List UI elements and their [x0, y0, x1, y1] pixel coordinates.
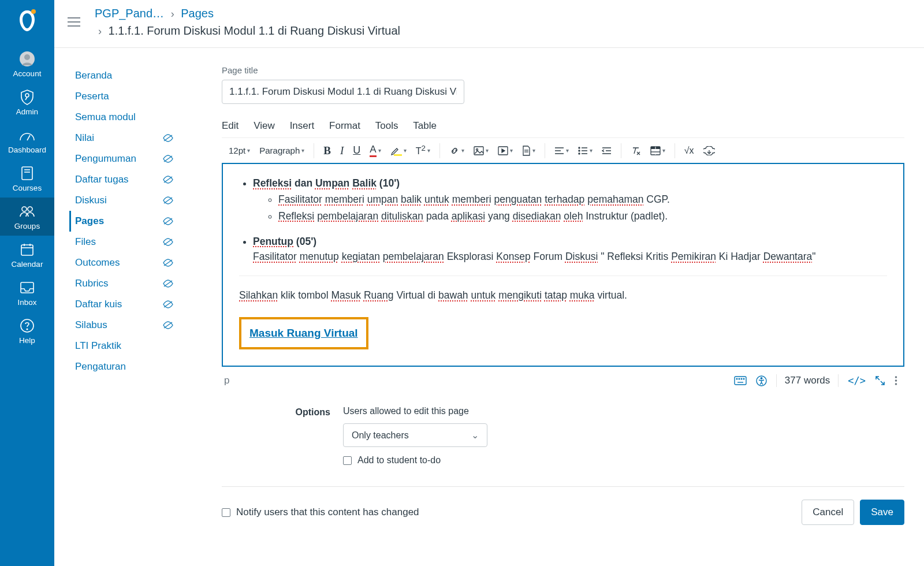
course-nav-semua-modul[interactable]: Semua modul: [69, 107, 181, 128]
html-view-button[interactable]: </>: [843, 373, 870, 389]
checkbox[interactable]: [222, 508, 230, 517]
add-todo-row[interactable]: Add to student to-do: [343, 455, 487, 466]
breadcrumb-current: 1.1.f.1. Forum Diskusi Modul 1.1 di Ruan…: [109, 24, 400, 37]
font-size-select[interactable]: 12pt ▾: [225, 143, 254, 158]
embed-button[interactable]: [699, 144, 719, 158]
checkbox[interactable]: [343, 456, 352, 465]
course-nav-label: Files: [75, 236, 96, 248]
svg-point-59: [739, 378, 740, 379]
breadcrumb-course[interactable]: PGP_Pand…: [95, 7, 164, 20]
cancel-button[interactable]: Cancel: [802, 500, 854, 525]
options-section: Options Users allowed to edit this page …: [222, 406, 904, 466]
virtual-room-link[interactable]: Masuk Ruang Virtual: [249, 327, 358, 339]
menu-table[interactable]: Table: [413, 120, 437, 131]
course-nav-rubrics[interactable]: Rubrics: [69, 273, 181, 294]
course-nav-pengumuman[interactable]: Pengumuman: [69, 148, 181, 169]
chevron-down-icon: ▾: [566, 147, 569, 154]
more-options-button[interactable]: [890, 373, 902, 388]
breadcrumb-section[interactable]: Pages: [181, 7, 214, 20]
page-title-input[interactable]: [222, 80, 464, 104]
hamburger-menu-icon[interactable]: [66, 14, 82, 30]
options-label: Options: [285, 406, 343, 466]
table-button[interactable]: ▾: [646, 144, 669, 158]
menu-view[interactable]: View: [254, 120, 275, 131]
editable-select[interactable]: Only teachers ⌄: [343, 423, 487, 447]
course-nav-pengaturan[interactable]: Pengaturan: [69, 356, 181, 377]
svg-point-9: [28, 207, 32, 211]
content-area: Page title Edit View Insert Format Tools…: [181, 48, 924, 566]
course-nav-lti-praktik[interactable]: LTI Praktik: [69, 336, 181, 356]
accessibility-icon[interactable]: [751, 373, 772, 389]
course-nav-files[interactable]: Files: [69, 232, 181, 252]
hidden-icon: [163, 280, 173, 288]
nav-calendar[interactable]: Calendar: [0, 236, 54, 274]
nav-label: Admin: [16, 107, 38, 116]
nav-help[interactable]: Help: [0, 312, 54, 350]
keyboard-shortcuts-icon[interactable]: [729, 374, 751, 388]
nav-inbox[interactable]: Inbox: [0, 274, 54, 312]
menu-format[interactable]: Format: [329, 120, 360, 131]
user-circle-icon: [18, 50, 36, 68]
text-cursor: [627, 291, 628, 301]
highlight-button[interactable]: ▾: [386, 143, 411, 158]
element-path[interactable]: p: [224, 375, 729, 386]
course-nav-peserta[interactable]: Peserta: [69, 86, 181, 107]
course-nav-outcomes[interactable]: Outcomes: [69, 252, 181, 273]
editor-body[interactable]: Refleksi dan Umpan Balik (10') Fasilitat…: [222, 163, 904, 367]
course-nav-nilai[interactable]: Nilai: [69, 128, 181, 148]
hidden-icon: [163, 321, 173, 329]
course-nav-pages[interactable]: Pages: [69, 211, 181, 232]
bold-button[interactable]: B: [319, 142, 335, 159]
chevron-down-icon: ▾: [510, 147, 513, 154]
document-button[interactable]: ▾: [518, 143, 539, 158]
hidden-icon: [163, 259, 173, 267]
page-footer: Notify users that this content has chang…: [222, 486, 904, 542]
chevron-right-icon: ›: [171, 8, 174, 20]
fullscreen-button[interactable]: [870, 373, 890, 388]
separator: [314, 143, 314, 158]
svg-point-8: [22, 207, 27, 211]
link-button[interactable]: ▾: [445, 143, 468, 158]
course-nav-beranda[interactable]: Beranda: [69, 65, 181, 86]
calendar-icon: [20, 241, 35, 258]
svg-rect-10: [21, 245, 33, 255]
italic-button[interactable]: I: [336, 142, 348, 159]
nav-admin[interactable]: Admin: [0, 83, 54, 121]
nav-courses[interactable]: Courses: [0, 159, 54, 198]
equation-button[interactable]: √x: [680, 143, 698, 158]
list-item: Fasilitator memberi umpan balik untuk me…: [278, 192, 887, 207]
course-nav-label: Pengaturan: [75, 361, 126, 373]
menu-insert[interactable]: Insert: [290, 120, 315, 131]
text-color-button[interactable]: A ▾: [366, 142, 385, 159]
svg-point-66: [895, 379, 897, 382]
superscript-button[interactable]: T2 ▾: [412, 142, 434, 159]
save-button[interactable]: Save: [860, 500, 904, 525]
nav-account[interactable]: Account: [0, 45, 54, 83]
clear-format-button[interactable]: [627, 144, 645, 158]
course-nav-daftar-kuis[interactable]: Daftar kuis: [69, 294, 181, 315]
list-button[interactable]: ▾: [574, 144, 597, 157]
separator: [545, 143, 545, 158]
chevron-down-icon: ▾: [301, 147, 304, 154]
menu-tools[interactable]: Tools: [375, 120, 398, 131]
chevron-down-icon: ▾: [247, 147, 250, 154]
chevron-down-icon: ▾: [486, 147, 489, 154]
course-nav-daftar-tugas[interactable]: Daftar tugas: [69, 169, 181, 190]
chevron-down-icon: ▾: [662, 147, 665, 154]
underline-button[interactable]: U: [349, 142, 364, 159]
notify-users-row[interactable]: Notify users that this content has chang…: [222, 507, 419, 518]
media-button[interactable]: ▾: [494, 144, 517, 158]
image-button[interactable]: ▾: [470, 144, 493, 158]
outdent-button[interactable]: [598, 144, 616, 157]
people-icon: [18, 203, 36, 220]
align-button[interactable]: ▾: [550, 144, 573, 157]
menu-edit[interactable]: Edit: [222, 120, 239, 131]
course-nav-silabus[interactable]: Silabus: [69, 315, 181, 336]
app-logo[interactable]: [16, 7, 39, 35]
nav-groups[interactable]: Groups: [0, 198, 54, 236]
nav-dashboard[interactable]: Dashboard: [0, 121, 54, 159]
block-format-select[interactable]: Paragraph ▾: [255, 143, 308, 158]
course-nav-diskusi[interactable]: Diskusi: [69, 190, 181, 211]
hidden-icon: [163, 217, 173, 225]
checkbox-label: Notify users that this content has chang…: [236, 507, 419, 518]
